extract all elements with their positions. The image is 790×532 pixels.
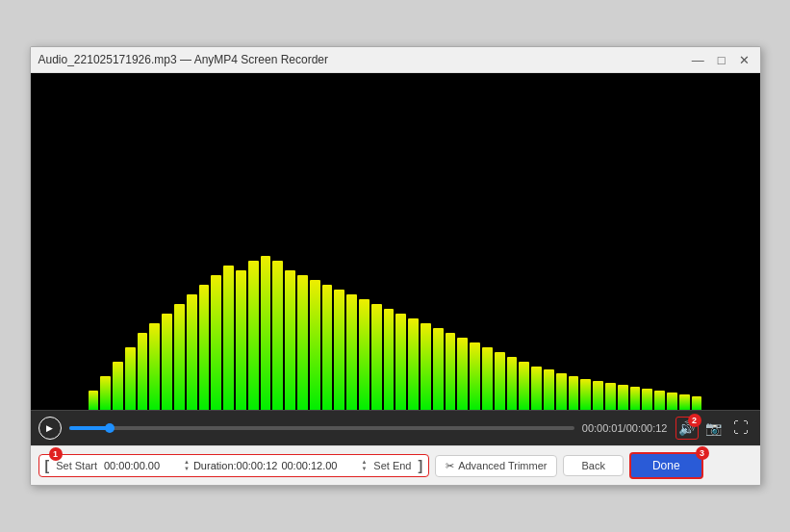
waveform-bar xyxy=(605,383,616,410)
set-end-button[interactable]: Set End xyxy=(370,459,414,472)
waveform-bar xyxy=(359,299,370,410)
trim-badge: 1 xyxy=(49,447,63,461)
end-time-input[interactable] xyxy=(281,460,356,471)
progress-track[interactable] xyxy=(69,426,574,430)
done-badge: 3 xyxy=(696,446,709,460)
waveform-bar xyxy=(446,333,456,410)
waveform-bar xyxy=(89,391,99,410)
waveform-bar xyxy=(187,294,197,410)
waveform-display xyxy=(31,73,760,410)
fullscreen-icon: ⛶ xyxy=(733,419,749,437)
waveform-bar xyxy=(531,367,542,410)
bracket-open: [ xyxy=(45,458,50,473)
waveform-bar xyxy=(470,342,480,410)
waveform-bar xyxy=(199,285,210,410)
waveform-bar xyxy=(211,275,221,410)
waveform-bar xyxy=(174,304,185,410)
current-time: 00:00:01 xyxy=(582,422,624,434)
waveform-bar xyxy=(285,270,295,410)
waveform-bar xyxy=(100,376,111,410)
waveform-bar xyxy=(519,362,529,410)
waveform-bar xyxy=(482,347,493,410)
scissors-icon: ✂ xyxy=(446,460,454,472)
waveform-bar xyxy=(495,352,505,410)
waveform-bar xyxy=(556,373,567,410)
start-time-up[interactable]: ▲ xyxy=(184,459,190,466)
waveform-bar xyxy=(371,304,382,410)
end-time-spinner: ▲ ▼ xyxy=(361,459,367,471)
waveform-bar xyxy=(433,328,444,410)
volume-button[interactable]: 🔊 2 xyxy=(675,417,699,440)
start-time-input[interactable] xyxy=(104,460,179,471)
progress-fill xyxy=(69,426,110,430)
close-button[interactable]: ✕ xyxy=(736,54,752,66)
camera-button[interactable]: 📷 xyxy=(702,417,726,440)
waveform-bar xyxy=(642,389,652,410)
total-time: 00:00:12 xyxy=(626,422,668,434)
waveform-bar xyxy=(310,280,320,410)
waveform-bar xyxy=(395,314,406,410)
waveform-bar xyxy=(420,323,431,410)
waveform-bar xyxy=(346,294,357,410)
start-time-spinner: ▲ ▼ xyxy=(184,459,190,471)
advanced-trimmer-label: Advanced Trimmer xyxy=(458,460,547,471)
duration-label: Duration:00:00:12 xyxy=(193,460,277,471)
bracket-close: ] xyxy=(418,458,422,473)
waveform-bar xyxy=(457,338,468,410)
main-window: Audio_221025171926.mp3 — AnyMP4 Screen R… xyxy=(30,46,761,486)
waveform-bar xyxy=(223,266,234,410)
progress-thumb xyxy=(105,423,115,433)
controls-bar: 1 [ Set Start ▲ ▼ Duration:00:00:12 ▲ ▼ … xyxy=(31,445,760,485)
waveform-bar xyxy=(334,290,344,410)
waveform-bar xyxy=(162,314,172,410)
end-time-down[interactable]: ▼ xyxy=(361,466,367,472)
end-time-up[interactable]: ▲ xyxy=(361,459,367,466)
waveform-bars xyxy=(31,169,760,410)
time-display: 00:00:01/00:00:12 xyxy=(582,422,668,434)
waveform-bar xyxy=(580,379,591,410)
start-time-down[interactable]: ▼ xyxy=(184,466,190,472)
back-button[interactable]: Back xyxy=(563,455,623,476)
waveform-bar xyxy=(384,309,395,410)
camera-icon: 📷 xyxy=(705,420,722,436)
play-icon: ▶ xyxy=(46,423,53,433)
minimize-button[interactable]: — xyxy=(689,54,707,66)
waveform-bar xyxy=(630,387,641,410)
waveform-bar xyxy=(261,256,271,410)
advanced-trimmer-button[interactable]: ✂ Advanced Trimmer xyxy=(435,455,557,477)
done-button[interactable]: Done xyxy=(629,452,703,479)
waveform-bar xyxy=(125,347,136,410)
waveform-bar xyxy=(322,285,333,410)
waveform-bar xyxy=(618,385,628,410)
set-start-button[interactable]: Set Start xyxy=(53,459,100,472)
waveform-bar xyxy=(667,393,677,410)
playback-icons: 🔊 2 📷 ⛶ xyxy=(675,417,752,440)
volume-badge: 2 xyxy=(688,414,701,427)
waveform-bar xyxy=(654,391,665,410)
waveform-bar xyxy=(593,381,603,410)
waveform-bar xyxy=(507,357,518,410)
waveform-bar xyxy=(248,261,259,410)
title-bar: Audio_221025171926.mp3 — AnyMP4 Screen R… xyxy=(31,47,760,73)
waveform-bar xyxy=(272,261,283,410)
waveform-bar xyxy=(113,362,123,410)
window-title: Audio_221025171926.mp3 — AnyMP4 Screen R… xyxy=(38,53,329,66)
waveform-bar xyxy=(138,333,148,410)
waveform-bar xyxy=(692,396,702,410)
waveform-bar xyxy=(569,376,579,410)
playback-bar: ▶ 00:00:01/00:00:12 🔊 2 📷 ⛶ xyxy=(31,410,760,445)
maximize-button[interactable]: □ xyxy=(715,54,728,66)
waveform-bar xyxy=(679,394,690,410)
waveform-bar xyxy=(544,369,554,410)
waveform-bar xyxy=(297,275,308,410)
trim-section: 1 [ Set Start ▲ ▼ Duration:00:00:12 ▲ ▼ … xyxy=(38,454,430,477)
waveform-bar xyxy=(236,270,246,410)
window-controls: — □ ✕ xyxy=(689,54,752,66)
fullscreen-button[interactable]: ⛶ xyxy=(729,417,752,440)
waveform-bar xyxy=(408,318,419,410)
play-button[interactable]: ▶ xyxy=(38,417,62,440)
waveform-bar xyxy=(149,323,160,410)
